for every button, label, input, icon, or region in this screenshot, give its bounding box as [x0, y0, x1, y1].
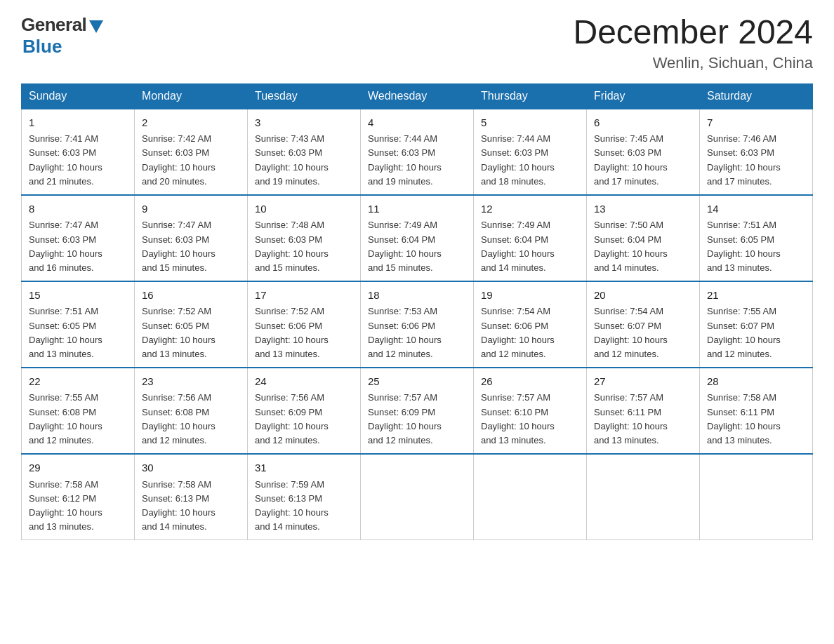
title-section: December 2024 Wenlin, Sichuan, China: [573, 14, 813, 72]
week-row-5: 29Sunrise: 7:58 AM Sunset: 6:12 PM Dayli…: [22, 454, 813, 540]
day-info: Sunrise: 7:56 AM Sunset: 6:09 PM Dayligh…: [255, 391, 353, 448]
calendar-cell-24: 24Sunrise: 7:56 AM Sunset: 6:09 PM Dayli…: [248, 368, 361, 454]
calendar-cell-empty: [587, 454, 700, 540]
calendar-cell-empty: [474, 454, 587, 540]
calendar-cell-28: 28Sunrise: 7:58 AM Sunset: 6:11 PM Dayli…: [700, 368, 813, 454]
day-info: Sunrise: 7:52 AM Sunset: 6:06 PM Dayligh…: [255, 304, 353, 361]
calendar-cell-29: 29Sunrise: 7:58 AM Sunset: 6:12 PM Dayli…: [22, 454, 135, 540]
day-info: Sunrise: 7:56 AM Sunset: 6:08 PM Dayligh…: [142, 391, 240, 448]
weekday-header-tuesday: Tuesday: [248, 83, 361, 109]
weekday-header-friday: Friday: [587, 83, 700, 109]
day-number: 27: [594, 374, 692, 390]
month-title: December 2024: [573, 14, 813, 51]
weekday-header-sunday: Sunday: [22, 83, 135, 109]
calendar-cell-13: 13Sunrise: 7:50 AM Sunset: 6:04 PM Dayli…: [587, 195, 700, 281]
day-number: 10: [255, 201, 353, 217]
day-info: Sunrise: 7:57 AM Sunset: 6:09 PM Dayligh…: [368, 391, 466, 448]
day-number: 17: [255, 288, 353, 304]
day-number: 6: [594, 115, 692, 131]
logo-blue-text: Blue: [22, 36, 62, 58]
page-header: General Blue December 2024 Wenlin, Sichu…: [21, 14, 813, 72]
calendar-cell-16: 16Sunrise: 7:52 AM Sunset: 6:05 PM Dayli…: [135, 281, 248, 368]
calendar-cell-11: 11Sunrise: 7:49 AM Sunset: 6:04 PM Dayli…: [361, 195, 474, 281]
day-number: 8: [29, 201, 127, 217]
calendar-cell-6: 6Sunrise: 7:45 AM Sunset: 6:03 PM Daylig…: [587, 109, 700, 195]
calendar-cell-15: 15Sunrise: 7:51 AM Sunset: 6:05 PM Dayli…: [22, 281, 135, 368]
calendar-cell-30: 30Sunrise: 7:58 AM Sunset: 6:13 PM Dayli…: [135, 454, 248, 540]
calendar-cell-8: 8Sunrise: 7:47 AM Sunset: 6:03 PM Daylig…: [22, 195, 135, 281]
day-number: 31: [255, 460, 353, 476]
day-number: 29: [29, 460, 127, 476]
logo-triangle-icon: [89, 20, 103, 33]
day-number: 25: [368, 374, 466, 390]
day-info: Sunrise: 7:58 AM Sunset: 6:12 PM Dayligh…: [29, 478, 127, 535]
day-number: 22: [29, 374, 127, 390]
weekday-header-row: SundayMondayTuesdayWednesdayThursdayFrid…: [22, 83, 813, 109]
day-info: Sunrise: 7:47 AM Sunset: 6:03 PM Dayligh…: [142, 218, 240, 275]
day-number: 7: [707, 115, 805, 131]
calendar-cell-18: 18Sunrise: 7:53 AM Sunset: 6:06 PM Dayli…: [361, 281, 474, 368]
day-info: Sunrise: 7:43 AM Sunset: 6:03 PM Dayligh…: [255, 132, 353, 189]
day-info: Sunrise: 7:46 AM Sunset: 6:03 PM Dayligh…: [707, 132, 805, 189]
calendar-cell-17: 17Sunrise: 7:52 AM Sunset: 6:06 PM Dayli…: [248, 281, 361, 368]
day-info: Sunrise: 7:57 AM Sunset: 6:11 PM Dayligh…: [594, 391, 692, 448]
day-info: Sunrise: 7:52 AM Sunset: 6:05 PM Dayligh…: [142, 304, 240, 361]
day-number: 12: [481, 201, 579, 217]
day-number: 2: [142, 115, 240, 131]
day-info: Sunrise: 7:57 AM Sunset: 6:10 PM Dayligh…: [481, 391, 579, 448]
day-number: 5: [481, 115, 579, 131]
day-info: Sunrise: 7:50 AM Sunset: 6:04 PM Dayligh…: [594, 218, 692, 275]
calendar-cell-7: 7Sunrise: 7:46 AM Sunset: 6:03 PM Daylig…: [700, 109, 813, 195]
day-number: 20: [594, 288, 692, 304]
day-info: Sunrise: 7:44 AM Sunset: 6:03 PM Dayligh…: [481, 132, 579, 189]
day-info: Sunrise: 7:54 AM Sunset: 6:06 PM Dayligh…: [481, 304, 579, 361]
calendar-cell-27: 27Sunrise: 7:57 AM Sunset: 6:11 PM Dayli…: [587, 368, 700, 454]
day-info: Sunrise: 7:49 AM Sunset: 6:04 PM Dayligh…: [481, 218, 579, 275]
calendar-cell-22: 22Sunrise: 7:55 AM Sunset: 6:08 PM Dayli…: [22, 368, 135, 454]
day-number: 14: [707, 201, 805, 217]
day-number: 23: [142, 374, 240, 390]
calendar-cell-23: 23Sunrise: 7:56 AM Sunset: 6:08 PM Dayli…: [135, 368, 248, 454]
day-info: Sunrise: 7:48 AM Sunset: 6:03 PM Dayligh…: [255, 218, 353, 275]
day-number: 18: [368, 288, 466, 304]
day-number: 28: [707, 374, 805, 390]
weekday-header-wednesday: Wednesday: [361, 83, 474, 109]
day-number: 9: [142, 201, 240, 217]
day-info: Sunrise: 7:59 AM Sunset: 6:13 PM Dayligh…: [255, 478, 353, 535]
day-number: 4: [368, 115, 466, 131]
calendar-cell-12: 12Sunrise: 7:49 AM Sunset: 6:04 PM Dayli…: [474, 195, 587, 281]
calendar-cell-19: 19Sunrise: 7:54 AM Sunset: 6:06 PM Dayli…: [474, 281, 587, 368]
week-row-1: 1Sunrise: 7:41 AM Sunset: 6:03 PM Daylig…: [22, 109, 813, 195]
day-number: 13: [594, 201, 692, 217]
day-number: 30: [142, 460, 240, 476]
calendar-cell-3: 3Sunrise: 7:43 AM Sunset: 6:03 PM Daylig…: [248, 109, 361, 195]
calendar-cell-20: 20Sunrise: 7:54 AM Sunset: 6:07 PM Dayli…: [587, 281, 700, 368]
day-info: Sunrise: 7:44 AM Sunset: 6:03 PM Dayligh…: [368, 132, 466, 189]
day-number: 16: [142, 288, 240, 304]
calendar-cell-25: 25Sunrise: 7:57 AM Sunset: 6:09 PM Dayli…: [361, 368, 474, 454]
day-info: Sunrise: 7:55 AM Sunset: 6:08 PM Dayligh…: [29, 391, 127, 448]
calendar-cell-2: 2Sunrise: 7:42 AM Sunset: 6:03 PM Daylig…: [135, 109, 248, 195]
logo: General Blue: [21, 14, 103, 58]
day-info: Sunrise: 7:51 AM Sunset: 6:05 PM Dayligh…: [29, 304, 127, 361]
calendar-cell-empty: [361, 454, 474, 540]
day-info: Sunrise: 7:45 AM Sunset: 6:03 PM Dayligh…: [594, 132, 692, 189]
day-info: Sunrise: 7:47 AM Sunset: 6:03 PM Dayligh…: [29, 218, 127, 275]
calendar-cell-9: 9Sunrise: 7:47 AM Sunset: 6:03 PM Daylig…: [135, 195, 248, 281]
location-title: Wenlin, Sichuan, China: [573, 54, 813, 72]
weekday-header-thursday: Thursday: [474, 83, 587, 109]
week-row-4: 22Sunrise: 7:55 AM Sunset: 6:08 PM Dayli…: [22, 368, 813, 454]
day-info: Sunrise: 7:51 AM Sunset: 6:05 PM Dayligh…: [707, 218, 805, 275]
day-number: 1: [29, 115, 127, 131]
day-info: Sunrise: 7:58 AM Sunset: 6:13 PM Dayligh…: [142, 478, 240, 535]
day-number: 11: [368, 201, 466, 217]
logo-general-text: General: [21, 14, 86, 36]
day-number: 15: [29, 288, 127, 304]
calendar-cell-14: 14Sunrise: 7:51 AM Sunset: 6:05 PM Dayli…: [700, 195, 813, 281]
calendar-cell-10: 10Sunrise: 7:48 AM Sunset: 6:03 PM Dayli…: [248, 195, 361, 281]
calendar-table: SundayMondayTuesdayWednesdayThursdayFrid…: [21, 83, 813, 540]
week-row-3: 15Sunrise: 7:51 AM Sunset: 6:05 PM Dayli…: [22, 281, 813, 368]
weekday-header-saturday: Saturday: [700, 83, 813, 109]
weekday-header-monday: Monday: [135, 83, 248, 109]
week-row-2: 8Sunrise: 7:47 AM Sunset: 6:03 PM Daylig…: [22, 195, 813, 281]
